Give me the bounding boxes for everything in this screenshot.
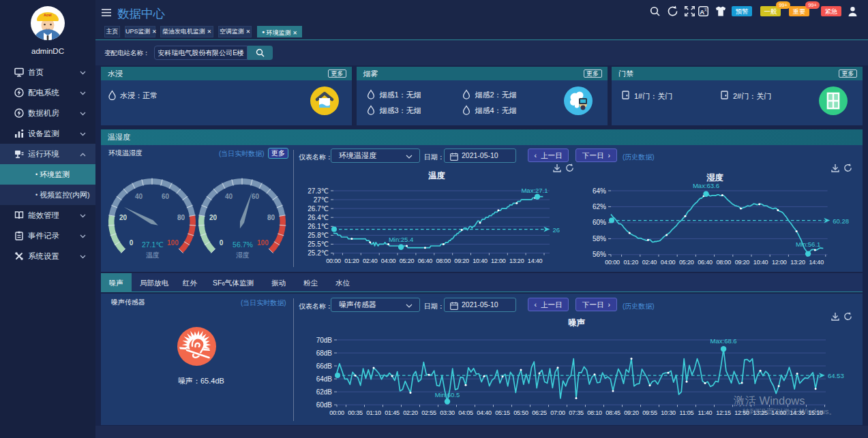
svg-text:文: 文	[704, 7, 708, 12]
svg-text:Acrel: Acrel	[44, 14, 51, 17]
